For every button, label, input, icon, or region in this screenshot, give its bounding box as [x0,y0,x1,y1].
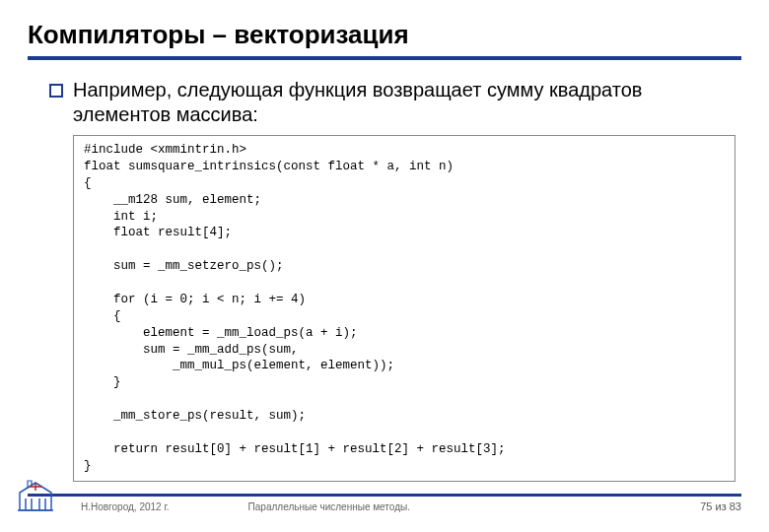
footer-row: Н.Новгород, 2012 г. Параллельные численн… [28,500,741,512]
code-block: #include <xmmintrin.h> float sumsquare_i… [73,135,735,482]
body-area: Например, следующая функция возвращает с… [28,78,741,482]
footer-subject: Параллельные численные методы. [248,501,410,512]
title-underline [28,56,741,60]
slide-title: Компиляторы – векторизация [28,20,741,56]
university-logo-icon [12,477,59,516]
footer-texts: Н.Новгород, 2012 г. Параллельные численн… [81,501,410,512]
footer-location: Н.Новгород, 2012 г. [81,501,170,512]
square-bullet-icon [49,84,63,98]
title-area: Компиляторы – векторизация [28,20,741,60]
footer-area: Н.Новгород, 2012 г. Параллельные численн… [28,494,741,512]
page-number: 75 из 83 [700,500,741,512]
bullet-row: Например, следующая функция возвращает с… [49,78,735,127]
slide: Компиляторы – векторизация Например, сле… [0,0,769,532]
bullet-text: Например, следующая функция возвращает с… [73,78,735,127]
footer-underline [28,494,741,497]
